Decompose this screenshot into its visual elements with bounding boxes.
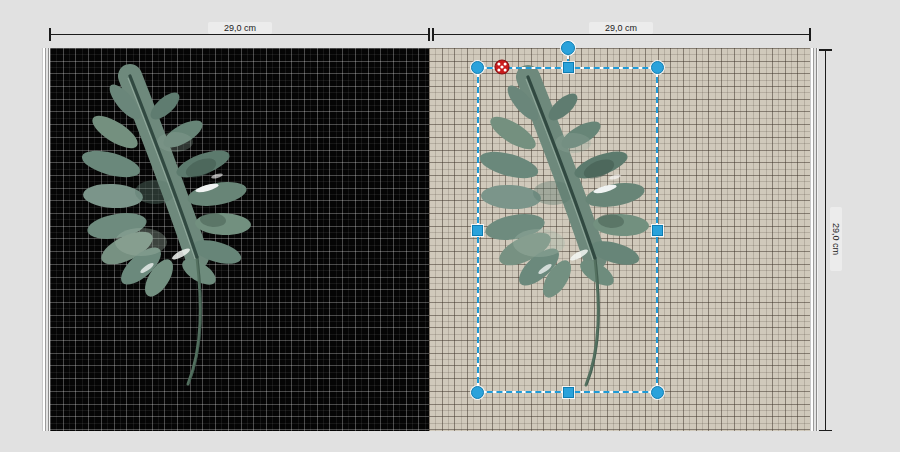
right-scrollbar-strip[interactable] — [810, 48, 818, 431]
selection-box[interactable] — [477, 67, 658, 393]
dim-cap-top — [819, 49, 832, 51]
leaf-blade — [79, 76, 251, 301]
dim-cap-right — [428, 28, 430, 41]
scale-handle-top-right[interactable] — [651, 61, 664, 74]
stretch-handle-bottom[interactable] — [563, 387, 574, 398]
scale-handle-bottom-right[interactable] — [651, 386, 664, 399]
rotate-handle-icon[interactable] — [561, 41, 575, 55]
dim-line — [825, 50, 826, 430]
dim-cap-right — [809, 28, 811, 41]
scale-handle-top-left[interactable] — [471, 61, 484, 74]
stretch-handle-right[interactable] — [652, 225, 663, 236]
selection-border[interactable] — [477, 67, 658, 393]
stretch-handle-left[interactable] — [472, 225, 483, 236]
monstera-leaf-artwork[interactable] — [85, 72, 258, 387]
dim-cap-left — [49, 28, 51, 41]
work-canvas-fabric[interactable] — [429, 48, 810, 431]
ruler-label-side: 29,0 cm — [830, 207, 842, 271]
scale-handle-bottom-left[interactable] — [471, 386, 484, 399]
dim-cap-left — [432, 28, 434, 41]
dim-line — [433, 34, 810, 35]
dim-line — [50, 34, 429, 35]
ruler-label-right: 29,0 cm — [589, 22, 653, 34]
dim-cap-bottom — [819, 430, 832, 432]
red-wheel-anchor-icon[interactable] — [494, 59, 510, 75]
preview-canvas-dark[interactable] — [50, 48, 429, 431]
left-scrollbar-strip[interactable] — [42, 48, 50, 431]
stretch-handle-top[interactable] — [563, 62, 574, 73]
ruler-label-left: 29,0 cm — [208, 22, 272, 34]
